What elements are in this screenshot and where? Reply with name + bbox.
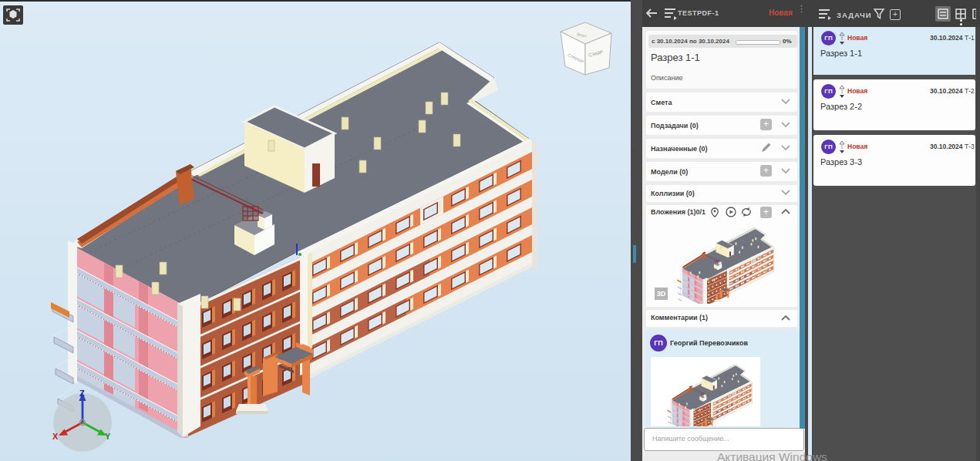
svg-text:X: X <box>52 432 59 441</box>
svg-text:Y: Y <box>105 432 111 441</box>
svg-text:Z: Z <box>79 389 85 398</box>
